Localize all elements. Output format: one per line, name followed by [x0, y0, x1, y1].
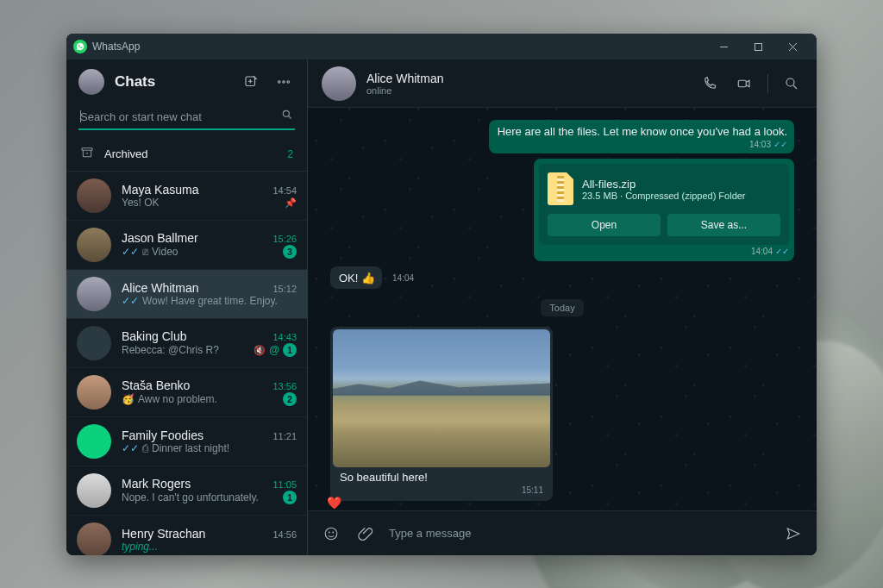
- archived-row[interactable]: Archived 2: [66, 137, 307, 172]
- window-minimize-button[interactable]: [706, 34, 741, 59]
- whatsapp-logo-icon: [73, 40, 87, 53]
- send-button[interactable]: [782, 522, 805, 545]
- read-check-icon: ✓✓: [122, 295, 139, 307]
- chat-name: Alice Whitman: [122, 281, 272, 295]
- chat-list-item[interactable]: Maya Kasuma14:54Yes! OK📌: [66, 172, 307, 221]
- window-close-button[interactable]: [775, 34, 810, 59]
- emoji-button[interactable]: [320, 522, 342, 545]
- pinned-icon: 📌: [285, 197, 297, 209]
- chat-list-item[interactable]: Mark Rogers11:05Nope. I can't go unfortu…: [66, 466, 307, 516]
- titlebar-app-name: WhatsApp: [92, 41, 140, 53]
- archived-count: 2: [287, 148, 293, 160]
- chat-list-item[interactable]: Alice Whitman15:12✓✓Wow! Have great time…: [66, 270, 307, 319]
- chat-preview: Nope. I can't go unfortunately.: [122, 491, 279, 504]
- chat-name: Baking Club: [122, 329, 272, 343]
- chat-time: 14:43: [272, 332, 297, 342]
- svg-rect-6: [82, 148, 92, 151]
- chat-avatar: [77, 277, 111, 311]
- photo-icon: ⎙: [142, 442, 148, 454]
- video-call-button[interactable]: [733, 72, 755, 95]
- photo-thumbnail[interactable]: [333, 329, 550, 467]
- chat-time: 11:05: [272, 479, 297, 490]
- read-check-icon: ✓✓: [773, 140, 787, 149]
- sidebar: Chats: [66, 59, 308, 555]
- svg-rect-0: [755, 43, 761, 50]
- message-in-text[interactable]: OK! 👍: [330, 266, 382, 289]
- zip-file-icon: [548, 172, 573, 205]
- chat-list-item[interactable]: Staša Benko13:56🥳Aww no problem.2: [66, 368, 307, 417]
- sidebar-title: Chats: [115, 73, 229, 91]
- unread-badge: 3: [283, 245, 297, 259]
- svg-point-8: [786, 78, 794, 86]
- svg-point-10: [329, 532, 329, 533]
- chat-list-item[interactable]: Henry Strachan14:56typing...: [66, 516, 307, 555]
- chat-name: Jason Ballmer: [122, 231, 272, 245]
- chat-avatar: [77, 375, 111, 410]
- chat-header: Alice Whitman online: [308, 59, 817, 108]
- chat-list-item[interactable]: Family Foodies11:21✓✓⎙Dinner last night!: [66, 417, 307, 466]
- chat-list-item[interactable]: Baking Club14:43Rebecca: @Chris R?🔇@1: [66, 319, 307, 368]
- composer: [308, 510, 817, 555]
- chat-avatar: [77, 522, 111, 555]
- chat-time: 15:26: [272, 234, 297, 244]
- chat-preview: Aww no problem.: [138, 393, 279, 405]
- my-avatar[interactable]: [78, 69, 104, 95]
- chat-preview: Video: [152, 246, 279, 258]
- chat-avatar: [77, 228, 111, 262]
- app-window: WhatsApp Chats: [66, 34, 817, 555]
- file-save-button[interactable]: Save as...: [667, 214, 780, 236]
- chat-search-button[interactable]: [780, 72, 803, 95]
- message-input[interactable]: [389, 527, 770, 540]
- chat-avatar: [77, 326, 111, 360]
- date-separator: Today: [541, 299, 583, 316]
- chat-avatar: [77, 178, 111, 213]
- messages-area[interactable]: Here are all the files. Let me know once…: [308, 108, 817, 510]
- mention-icon: @: [269, 344, 279, 356]
- chat-name: Mark Rogers: [122, 477, 272, 491]
- chat-time: 14:54: [272, 185, 297, 196]
- read-check-icon: ✓✓: [775, 247, 789, 256]
- chat-name: Family Foodies: [122, 428, 272, 442]
- unread-badge: 2: [283, 392, 297, 406]
- video-icon: ⎚: [142, 246, 148, 258]
- new-chat-button[interactable]: [240, 71, 262, 93]
- svg-point-11: [333, 532, 334, 533]
- chat-avatar: [77, 424, 111, 459]
- chat-preview: Yes! OK: [122, 197, 281, 209]
- chat-pane: Alice Whitman online: [308, 59, 817, 555]
- search-icon: [281, 109, 293, 124]
- contact-status: online: [366, 85, 688, 96]
- voice-call-button[interactable]: [698, 72, 721, 95]
- file-open-button[interactable]: Open: [548, 214, 661, 236]
- message-out-file[interactable]: All-files.zip 23.5 MB · Compressed (zipp…: [534, 159, 794, 261]
- svg-point-3: [283, 81, 285, 83]
- read-check-icon: ✓✓: [122, 246, 139, 258]
- reaction-heart[interactable]: ❤️: [327, 496, 341, 510]
- svg-point-5: [283, 110, 289, 116]
- chat-preview: Rebecca: @Chris R?: [122, 344, 250, 356]
- chat-time: 15:12: [272, 284, 297, 294]
- search-box[interactable]: [78, 104, 295, 130]
- chat-preview: Wow! Have great time. Enjoy.: [142, 295, 293, 307]
- more-menu-button[interactable]: [272, 71, 295, 93]
- chat-preview: typing...: [122, 541, 293, 553]
- unread-badge: 1: [283, 343, 297, 357]
- message-in-photo[interactable]: So beautiful here! 15:11: [330, 327, 553, 501]
- contact-avatar[interactable]: [322, 66, 356, 101]
- message-out-text[interactable]: Here are all the files. Let me know once…: [489, 120, 794, 153]
- chat-name: Staša Benko: [122, 378, 272, 392]
- contact-name: Alice Whitman: [366, 72, 688, 85]
- archive-icon: [80, 146, 94, 162]
- window-maximize-button[interactable]: [741, 34, 775, 59]
- search-input[interactable]: [80, 110, 276, 123]
- chat-list-item[interactable]: Jason Ballmer15:26✓✓⎚Video3: [66, 221, 307, 270]
- chat-preview: Dinner last night!: [152, 442, 293, 454]
- attach-button[interactable]: [354, 522, 377, 545]
- svg-point-4: [287, 81, 289, 83]
- svg-point-9: [325, 528, 337, 540]
- chat-list[interactable]: Maya Kasuma14:54Yes! OK📌Jason Ballmer15:…: [66, 172, 307, 555]
- chat-name: Henry Strachan: [122, 527, 272, 541]
- titlebar: WhatsApp: [66, 34, 817, 59]
- unread-badge: 1: [283, 491, 297, 504]
- read-check-icon: ✓✓: [122, 442, 139, 454]
